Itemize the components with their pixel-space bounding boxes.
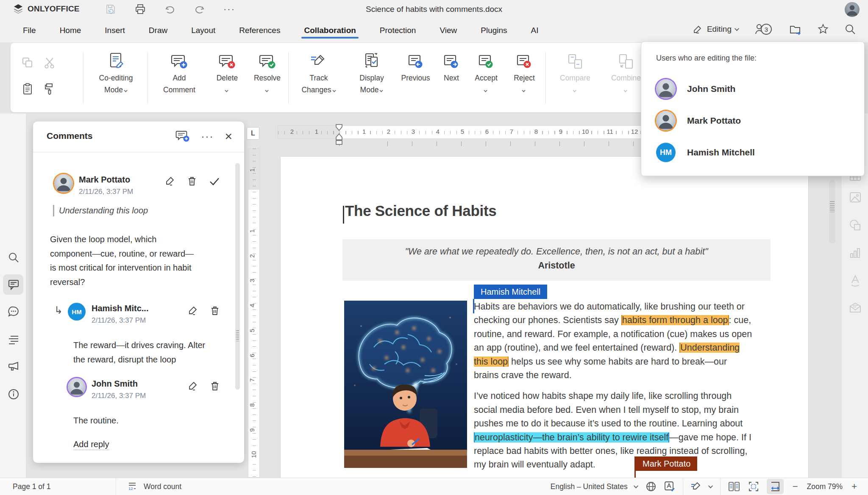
comment-highlight-orange[interactable]: habits form through a loop xyxy=(621,315,729,325)
edit-comment-icon[interactable] xyxy=(187,381,198,392)
sidebar-about-icon[interactable] xyxy=(7,388,20,401)
comments-scrollbar[interactable] xyxy=(235,163,240,390)
previous-change-button[interactable]: Previous xyxy=(395,49,436,83)
set-language-icon[interactable] xyxy=(645,481,657,492)
display-mode-button[interactable]: Display Mode xyxy=(347,49,397,94)
document-scrollbar[interactable] xyxy=(829,180,835,243)
editing-users-popup: Users who are editing the file: John Smi… xyxy=(641,41,865,176)
tab-plugins[interactable]: Plugins xyxy=(480,20,508,41)
ruler-number: 3 xyxy=(412,128,415,135)
format-painter-button[interactable] xyxy=(43,83,56,95)
sidebar-comments-icon[interactable] xyxy=(7,278,20,291)
panel-add-comment-icon[interactable] xyxy=(175,130,190,143)
favorites-star-button[interactable] xyxy=(817,23,829,35)
reject-change-button[interactable]: Reject xyxy=(506,49,543,94)
cut-button[interactable] xyxy=(43,56,56,69)
editing-users-button[interactable]: 3 xyxy=(754,23,774,36)
sidebar-headings-icon[interactable] xyxy=(7,333,20,346)
ruler-number: 1 xyxy=(362,128,366,135)
left-toolbar xyxy=(0,113,26,478)
accept-change-button[interactable]: Accept xyxy=(467,49,505,94)
ruler-number: 6 xyxy=(485,128,489,135)
delete-comment-icon[interactable] xyxy=(209,305,220,316)
ruler-number: 3 xyxy=(248,279,256,282)
text-art-settings-icon xyxy=(849,274,862,287)
brain-illustration-image[interactable] xyxy=(344,301,467,468)
chevron-down-icon xyxy=(380,88,383,92)
panel-more-icon[interactable]: ··· xyxy=(201,134,214,138)
paste-button[interactable] xyxy=(21,83,34,95)
reject-change-icon xyxy=(515,49,533,71)
ruler-number: 4 xyxy=(248,304,256,307)
tab-view[interactable]: View xyxy=(439,20,458,41)
zoom-level[interactable]: Zoom 79% xyxy=(807,482,843,491)
chevron-down-icon xyxy=(634,484,638,488)
tab-references[interactable]: References xyxy=(238,20,281,41)
open-file-location-button[interactable] xyxy=(789,23,802,35)
avatar-john-smith xyxy=(68,378,86,396)
ruler-number: 8 xyxy=(534,128,538,135)
menu-tab-bar: FileHomeInsertDrawLayoutReferencesCollab… xyxy=(0,19,868,42)
sidebar-chat-icon[interactable] xyxy=(7,305,20,318)
ruler-number: 6 xyxy=(248,354,256,357)
zoom-out-button[interactable]: − xyxy=(791,481,800,492)
ruler-number: 10 xyxy=(582,128,589,135)
tab-collaboration[interactable]: Collaboration xyxy=(303,20,356,41)
language-selector[interactable]: English – United States xyxy=(551,482,628,491)
resolve-comment-icon[interactable] xyxy=(209,176,220,187)
two-pages-view-icon[interactable] xyxy=(728,481,740,492)
tab-file[interactable]: File xyxy=(22,20,37,41)
copy-button[interactable] xyxy=(21,56,34,69)
tab-layout[interactable]: Layout xyxy=(190,20,216,41)
editing-mode-selector[interactable]: Editing xyxy=(693,24,739,34)
fit-page-icon[interactable] xyxy=(748,481,760,492)
fit-width-icon[interactable] xyxy=(767,479,784,494)
track-changes-toggle-icon[interactable] xyxy=(690,481,702,492)
spell-check-icon[interactable] xyxy=(664,481,676,492)
resolve-comment-button[interactable]: Resolve xyxy=(247,49,287,94)
page-indicator[interactable]: Page 1 of 1 xyxy=(13,482,116,491)
delete-comment-icon[interactable] xyxy=(209,381,220,392)
indent-marker[interactable] xyxy=(335,124,343,146)
search-button[interactable] xyxy=(844,23,856,35)
panel-close-icon[interactable]: × xyxy=(225,132,232,141)
sidebar-search-icon[interactable] xyxy=(7,251,20,264)
sidebar-feedback-icon[interactable] xyxy=(7,360,20,373)
delete-comment-button[interactable]: Delete xyxy=(209,49,246,94)
ruler-number: 1 xyxy=(315,128,318,135)
reply-text: The routine. xyxy=(73,414,213,428)
vertical-ruler[interactable]: 112345678910 xyxy=(248,148,260,478)
document-heading[interactable]: The Science of Habits xyxy=(345,202,496,219)
chevron-down-icon xyxy=(265,88,268,92)
document-body-text[interactable]: Habits are behaviors we do automatically… xyxy=(474,300,754,472)
delete-comment-icon[interactable] xyxy=(186,176,198,187)
add-comment-icon xyxy=(170,49,188,71)
previous-change-icon xyxy=(407,49,425,71)
collaborator-flag-mark: Mark Pottato xyxy=(636,456,697,471)
ruler-number: 9 xyxy=(559,128,562,135)
next-change-button[interactable]: Next xyxy=(437,49,466,83)
comment-highlight-cyan[interactable]: neuroplasticity—the brain’s ability to r… xyxy=(474,432,669,442)
ruler-number: 2 xyxy=(387,128,390,135)
tab-protection[interactable]: Protection xyxy=(379,20,417,41)
edit-comment-icon[interactable] xyxy=(164,176,175,187)
co-editing-mode-button[interactable]: Co-editing Mode xyxy=(85,49,147,94)
zoom-in-button[interactable]: + xyxy=(850,481,859,492)
edit-comment-icon[interactable] xyxy=(187,305,198,316)
tab-home[interactable]: Home xyxy=(59,20,82,41)
ruler-number: 10 xyxy=(250,451,257,458)
tab-insert[interactable]: Insert xyxy=(104,20,126,41)
ruler-number: 12 xyxy=(631,128,638,135)
onlyoffice-document-editor: ONLYOFFICE ··· Science of habits with co… xyxy=(0,0,868,495)
ruler-number: 5 xyxy=(248,329,256,332)
display-mode-icon xyxy=(362,49,381,71)
word-count-button[interactable]: 12 Word count xyxy=(127,481,181,492)
tab-stop-selector[interactable]: L xyxy=(247,127,259,140)
add-reply-link[interactable]: Add reply xyxy=(73,440,109,450)
tab-draw[interactable]: Draw xyxy=(148,20,168,41)
quote-block[interactable]: "We are what we repeatedly do. Excellenc… xyxy=(342,239,771,281)
current-user-avatar[interactable] xyxy=(845,2,860,17)
tab-ai[interactable]: AI xyxy=(530,20,540,41)
track-changes-button[interactable]: Track Changes xyxy=(292,49,346,94)
add-comment-button[interactable]: Add Comment xyxy=(152,49,207,94)
